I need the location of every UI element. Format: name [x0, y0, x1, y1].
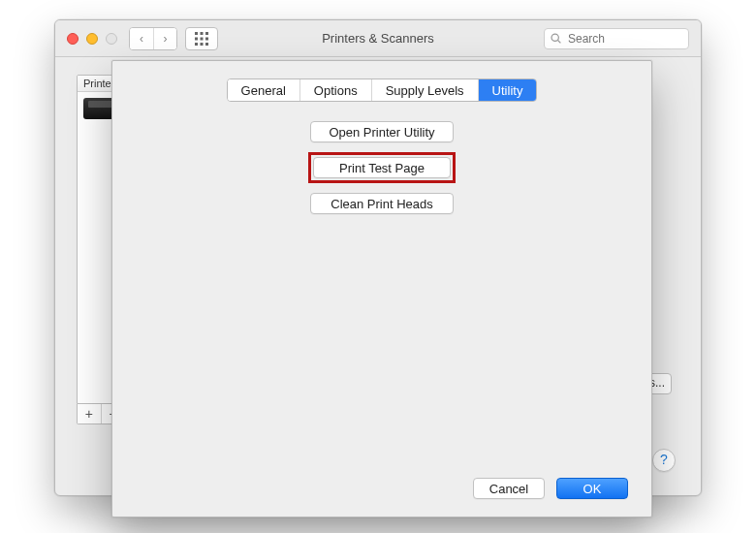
- ok-button[interactable]: OK: [556, 478, 628, 499]
- cancel-button[interactable]: Cancel: [473, 478, 545, 499]
- svg-rect-7: [201, 43, 204, 46]
- tab-general[interactable]: General: [228, 79, 300, 101]
- grid-icon: [195, 32, 208, 46]
- print-test-page-button[interactable]: Print Test Page: [313, 157, 451, 178]
- svg-rect-6: [195, 43, 198, 46]
- nav-back-button[interactable]: ‹: [130, 28, 153, 49]
- svg-rect-8: [205, 43, 208, 46]
- svg-rect-0: [195, 32, 198, 35]
- window-controls: [67, 33, 117, 45]
- svg-rect-1: [201, 32, 204, 35]
- tab-options[interactable]: Options: [300, 79, 372, 101]
- printer-options-sheet: General Options Supply Levels Utility Op…: [111, 60, 652, 517]
- sheet-footer: Cancel OK: [473, 478, 628, 499]
- tab-supply-levels[interactable]: Supply Levels: [372, 79, 479, 101]
- clean-print-heads-button[interactable]: Clean Print Heads: [310, 193, 454, 214]
- svg-point-9: [551, 34, 558, 41]
- search-field[interactable]: [544, 28, 689, 49]
- nav-forward-button[interactable]: ›: [153, 28, 176, 49]
- open-printer-utility-button[interactable]: Open Printer Utility: [310, 121, 454, 142]
- nav-back-forward: ‹ ›: [129, 27, 177, 50]
- svg-rect-4: [201, 37, 204, 40]
- titlebar: ‹ › Printers & Scanners: [55, 20, 701, 57]
- zoom-window-button: [106, 33, 117, 45]
- svg-rect-3: [195, 37, 198, 40]
- minimize-window-button[interactable]: [86, 33, 98, 45]
- svg-rect-2: [205, 32, 208, 35]
- show-all-button[interactable]: [185, 27, 218, 50]
- help-button[interactable]: ?: [652, 449, 676, 472]
- add-printer-button[interactable]: +: [78, 404, 102, 423]
- svg-line-10: [558, 40, 561, 43]
- utility-actions: Open Printer Utility Print Test Page Cle…: [112, 121, 651, 214]
- sheet-tabs: General Options Supply Levels Utility: [227, 78, 538, 102]
- close-window-button[interactable]: [67, 33, 79, 45]
- search-icon: [550, 32, 562, 45]
- search-input[interactable]: [544, 28, 689, 49]
- svg-rect-5: [205, 37, 208, 40]
- tab-utility[interactable]: Utility: [479, 79, 537, 101]
- highlighted-action: Print Test Page: [308, 152, 456, 183]
